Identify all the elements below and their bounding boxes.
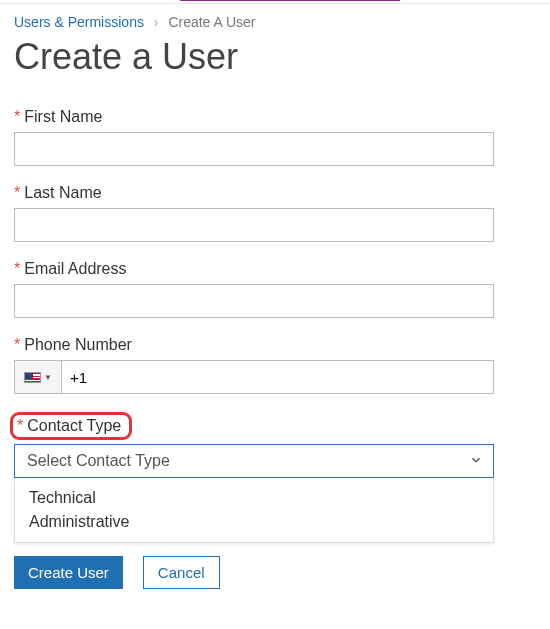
cancel-button[interactable]: Cancel — [143, 556, 220, 589]
email-input[interactable] — [14, 284, 494, 318]
chevron-down-icon: ▼ — [44, 373, 52, 382]
last-name-label: *Last Name — [14, 184, 536, 202]
contact-type-select[interactable]: Select Contact Type — [14, 444, 494, 478]
phone-input[interactable] — [62, 360, 494, 394]
page-title: Create a User — [14, 36, 536, 78]
required-asterisk: * — [14, 108, 20, 125]
active-tab-indicator — [0, 0, 550, 4]
form-actions: Create User Cancel — [14, 556, 220, 589]
contact-type-placeholder: Select Contact Type — [27, 452, 170, 470]
last-name-field: *Last Name — [14, 184, 536, 242]
required-asterisk: * — [14, 336, 20, 353]
contact-type-label-highlight: *Contact Type — [10, 412, 132, 440]
breadcrumb-separator: › — [154, 14, 159, 30]
first-name-label: *First Name — [14, 108, 536, 126]
create-user-button[interactable]: Create User — [14, 556, 123, 589]
required-asterisk: * — [14, 260, 20, 277]
first-name-input[interactable] — [14, 132, 494, 166]
country-code-selector[interactable]: ▼ — [14, 360, 62, 394]
email-field: *Email Address — [14, 260, 536, 318]
phone-label: *Phone Number — [14, 336, 536, 354]
breadcrumb: Users & Permissions › Create A User — [14, 4, 536, 34]
contact-type-option-technical[interactable]: Technical — [15, 486, 493, 510]
us-flag-icon — [24, 372, 41, 383]
contact-type-dropdown: Technical Administrative — [14, 478, 494, 543]
phone-field: *Phone Number ▼ — [14, 336, 536, 394]
breadcrumb-current: Create A User — [168, 14, 255, 30]
required-asterisk: * — [17, 417, 23, 434]
contact-type-option-administrative[interactable]: Administrative — [15, 510, 493, 534]
email-label: *Email Address — [14, 260, 536, 278]
last-name-input[interactable] — [14, 208, 494, 242]
chevron-down-icon — [469, 453, 483, 470]
first-name-field: *First Name — [14, 108, 536, 166]
contact-type-label: *Contact Type — [17, 417, 121, 434]
breadcrumb-parent-link[interactable]: Users & Permissions — [14, 14, 144, 30]
contact-type-field: *Contact Type Select Contact Type Techni… — [14, 412, 536, 543]
required-asterisk: * — [14, 184, 20, 201]
